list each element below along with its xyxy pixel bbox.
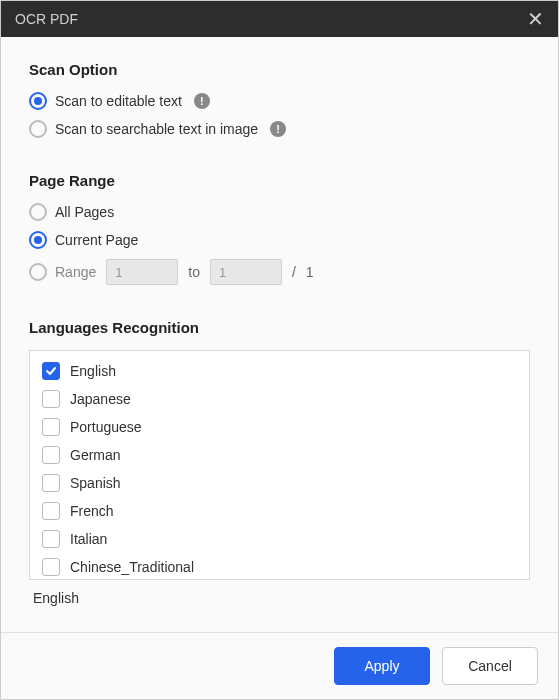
checkbox-icon (42, 418, 60, 436)
ocr-pdf-dialog: OCR PDF ✕ Scan Option Scan to editable t… (0, 0, 559, 700)
list-item[interactable]: Portuguese (38, 413, 521, 441)
page-range-title: Page Range (29, 172, 530, 189)
list-item[interactable]: Spanish (38, 469, 521, 497)
page-range-custom[interactable]: Range (29, 263, 96, 281)
info-icon[interactable]: ! (194, 93, 210, 109)
checkbox-icon (42, 390, 60, 408)
range-total: 1 (306, 264, 314, 280)
range-to-label: to (188, 264, 200, 280)
language-label: Spanish (70, 475, 121, 491)
scan-option-title: Scan Option (29, 61, 530, 78)
page-range-label: Range (55, 264, 96, 280)
selected-languages-summary: English (29, 590, 530, 606)
scan-option-label: Scan to editable text (55, 93, 182, 109)
language-label: English (70, 363, 116, 379)
page-range-all[interactable]: All Pages (29, 203, 530, 221)
list-item[interactable]: Japanese (38, 385, 521, 413)
checkbox-icon (42, 502, 60, 520)
range-to-input[interactable] (210, 259, 282, 285)
languages-listbox[interactable]: English Japanese Portuguese German Spani… (29, 350, 530, 580)
languages-title: Languages Recognition (29, 319, 530, 336)
radio-icon (29, 92, 47, 110)
range-total-sep: / (292, 264, 296, 280)
list-item[interactable]: German (38, 441, 521, 469)
scan-option-editable[interactable]: Scan to editable text ! (29, 92, 530, 110)
checkbox-icon (42, 530, 60, 548)
language-label: Portuguese (70, 419, 142, 435)
list-item[interactable]: French (38, 497, 521, 525)
dialog-title: OCR PDF (15, 11, 78, 27)
dialog-content: Scan Option Scan to editable text ! Scan… (1, 37, 558, 632)
page-range-current[interactable]: Current Page (29, 231, 530, 249)
apply-button[interactable]: Apply (334, 647, 430, 685)
checkbox-icon (42, 446, 60, 464)
radio-icon (29, 120, 47, 138)
list-item[interactable]: Italian (38, 525, 521, 553)
titlebar: OCR PDF ✕ (1, 1, 558, 37)
cancel-button[interactable]: Cancel (442, 647, 538, 685)
radio-icon (29, 203, 47, 221)
language-label: French (70, 503, 114, 519)
checkbox-icon (42, 558, 60, 576)
close-icon[interactable]: ✕ (527, 9, 544, 29)
checkbox-icon (42, 474, 60, 492)
dialog-footer: Apply Cancel (1, 632, 558, 699)
page-range-custom-row: Range to / 1 (29, 259, 530, 285)
list-item[interactable]: English (38, 357, 521, 385)
range-from-input[interactable] (106, 259, 178, 285)
scan-option-searchable[interactable]: Scan to searchable text in image ! (29, 120, 530, 138)
radio-icon (29, 263, 47, 281)
radio-icon (29, 231, 47, 249)
language-label: Chinese_Traditional (70, 559, 194, 575)
language-label: German (70, 447, 121, 463)
scan-option-label: Scan to searchable text in image (55, 121, 258, 137)
language-label: Japanese (70, 391, 131, 407)
checkbox-icon (42, 362, 60, 380)
page-range-label: Current Page (55, 232, 138, 248)
list-item[interactable]: Chinese_Traditional (38, 553, 521, 580)
page-range-label: All Pages (55, 204, 114, 220)
language-label: Italian (70, 531, 107, 547)
info-icon[interactable]: ! (270, 121, 286, 137)
